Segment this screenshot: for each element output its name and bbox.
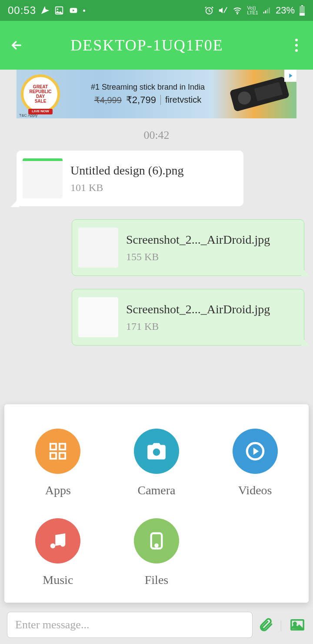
attach-files-button[interactable]: Files	[120, 518, 193, 587]
svg-rect-10	[301, 5, 303, 6]
ad-info-icon[interactable]	[284, 70, 296, 82]
file-thumbnail	[78, 297, 118, 337]
attach-music-button[interactable]: Music	[22, 518, 94, 587]
svg-point-15	[295, 49, 298, 52]
attach-label: Apps	[45, 483, 71, 497]
attach-icon[interactable]	[258, 617, 273, 633]
attach-label: Camera	[137, 483, 175, 497]
svg-point-23	[60, 542, 66, 547]
image-icon	[54, 6, 64, 15]
file-size: 101 KB	[70, 182, 237, 194]
svg-rect-9	[269, 7, 270, 13]
camera-icon	[134, 429, 179, 474]
svg-rect-16	[50, 444, 56, 449]
file-thumbnail	[23, 158, 63, 198]
input-bar: |	[7, 611, 306, 639]
gallery-icon[interactable]	[289, 617, 306, 632]
status-time: 00:53	[8, 4, 36, 17]
mute-icon	[218, 6, 228, 15]
attachment-panel: Apps Camera Videos Music Files	[4, 404, 309, 603]
ad-text: #1 Streaming stick brand in India ₹4,999…	[64, 83, 231, 106]
svg-point-25	[155, 544, 157, 547]
svg-point-20	[153, 449, 160, 456]
svg-point-22	[50, 543, 56, 549]
attach-videos-button[interactable]: Videos	[219, 429, 291, 497]
app-bar: DESKTOP-1UQ1F0E	[0, 21, 313, 70]
chat-timestamp: 00:42	[0, 129, 313, 142]
ad-remote-image	[230, 76, 290, 112]
svg-rect-7	[265, 10, 266, 13]
status-dot	[83, 10, 85, 12]
send-icon	[40, 6, 50, 15]
svg-rect-6	[263, 12, 265, 13]
svg-point-14	[295, 44, 298, 47]
ad-banner[interactable]: GREAT REPUBLIC DAY SALE LIVE NOW #1 Stre…	[17, 70, 296, 118]
file-size: 171 KB	[126, 321, 298, 332]
message-bubble[interactable]: Untitled design (6).png 101 KB	[17, 151, 243, 206]
file-name: Screenshot_2..._AirDroid.jpg	[126, 233, 298, 247]
apps-icon	[35, 429, 80, 474]
file-thumbnail	[78, 228, 118, 268]
music-icon	[35, 518, 80, 564]
message-bubble[interactable]: Screenshot_2..._AirDroid.jpg 155 KB	[72, 219, 304, 276]
svg-rect-18	[50, 453, 56, 459]
svg-rect-8	[267, 9, 268, 13]
svg-point-13	[295, 39, 298, 41]
attach-label: Files	[145, 573, 168, 587]
file-name: Screenshot_2..._AirDroid.jpg	[126, 302, 298, 316]
svg-rect-12	[300, 13, 305, 16]
battery-icon	[299, 5, 305, 16]
file-name: Untitled design (6).png	[70, 164, 237, 178]
lte-indicator: Vo))LTE1	[247, 6, 258, 15]
svg-line-4	[224, 7, 227, 13]
battery-percent: 23%	[276, 5, 295, 16]
status-bar: 00:53 Vo))LTE1 23%	[0, 0, 313, 21]
chat-area: 00:42 Untitled design (6).png 101 KB Scr…	[0, 118, 313, 366]
attach-label: Videos	[238, 483, 272, 497]
svg-rect-19	[60, 453, 65, 459]
ad-terms: T&C Apply	[19, 113, 38, 117]
wifi-icon	[232, 6, 243, 15]
alarm-icon	[204, 6, 214, 15]
attach-apps-button[interactable]: Apps	[22, 429, 94, 497]
youtube-icon	[68, 6, 79, 15]
svg-rect-17	[60, 444, 65, 449]
files-icon	[134, 518, 179, 564]
svg-point-5	[237, 13, 238, 14]
attach-label: Music	[43, 573, 73, 587]
message-bubble[interactable]: Screenshot_2..._AirDroid.jpg 171 KB	[72, 289, 304, 345]
signal-icon	[263, 6, 271, 15]
app-title: DESKTOP-1UQ1F0E	[7, 36, 287, 54]
svg-point-1	[57, 8, 59, 10]
file-size: 155 KB	[126, 251, 298, 263]
videos-icon	[233, 429, 278, 474]
message-input[interactable]	[7, 612, 253, 638]
ad-badge: GREAT REPUBLIC DAY SALE LIVE NOW	[21, 74, 60, 114]
input-divider: |	[280, 618, 283, 632]
attach-camera-button[interactable]: Camera	[120, 429, 193, 497]
menu-button[interactable]	[287, 36, 306, 55]
